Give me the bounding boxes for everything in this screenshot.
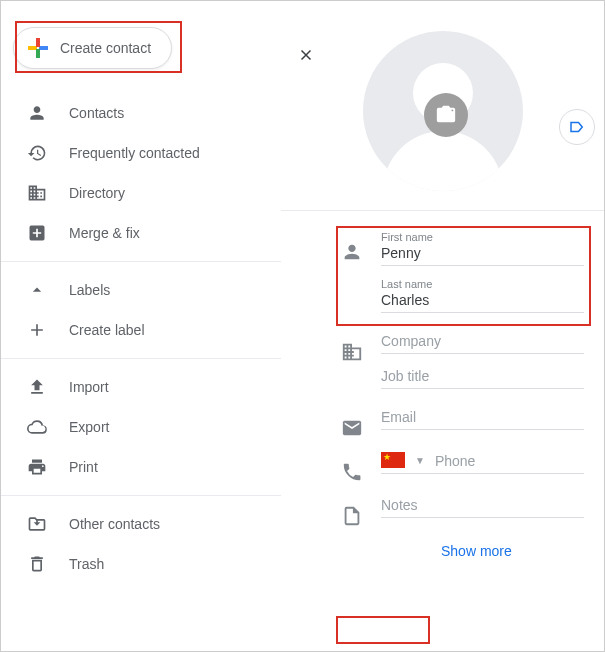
chevron-up-icon xyxy=(27,280,47,300)
sidebar: Create contact Contacts Frequently conta… xyxy=(1,1,281,651)
show-more-button[interactable]: Show more xyxy=(341,533,604,559)
country-flag[interactable] xyxy=(381,452,405,468)
person-icon xyxy=(341,241,363,263)
job-title-field[interactable]: Job title xyxy=(381,360,584,389)
nav-label: Trash xyxy=(69,556,104,572)
email-field[interactable]: Email xyxy=(381,401,584,430)
nav-create-label[interactable]: Create label xyxy=(1,310,281,350)
create-contact-label: Create contact xyxy=(60,40,151,56)
nav-frequently[interactable]: Frequently contacted xyxy=(1,133,281,173)
nav-trash[interactable]: Trash xyxy=(1,544,281,584)
divider xyxy=(1,261,281,262)
nav-print[interactable]: Print xyxy=(1,447,281,487)
notes-icon xyxy=(341,505,363,527)
cloud-icon xyxy=(27,417,47,437)
email-placeholder: Email xyxy=(381,407,584,425)
camera-icon xyxy=(435,104,457,126)
create-contact-button[interactable]: Create contact xyxy=(13,27,172,69)
nav-labels[interactable]: Labels xyxy=(1,270,281,310)
create-contact-modal: First name Penny Last name Charles Compa… xyxy=(281,1,604,651)
phone-field[interactable]: ▼ Phone xyxy=(381,445,584,474)
company-placeholder: Company xyxy=(381,331,584,349)
add-photo-button[interactable] xyxy=(424,93,468,137)
print-icon xyxy=(27,457,47,477)
field-label: Last name xyxy=(381,278,584,290)
nav-label: Print xyxy=(69,459,98,475)
nav-label: Create label xyxy=(69,322,145,338)
person-icon xyxy=(27,103,47,123)
divider xyxy=(1,358,281,359)
phone-placeholder: Phone xyxy=(435,451,584,469)
first-name-field[interactable]: First name Penny xyxy=(381,225,584,266)
contact-form: First name Penny Last name Charles Compa… xyxy=(281,211,604,559)
company-field[interactable]: Company xyxy=(381,325,584,354)
nav-import[interactable]: Import xyxy=(1,367,281,407)
field-label: First name xyxy=(381,231,584,243)
nav-label: Labels xyxy=(69,282,110,298)
notes-field[interactable]: Notes xyxy=(381,489,584,518)
merge-icon xyxy=(27,223,47,243)
nav-label: Contacts xyxy=(69,105,124,121)
trash-icon xyxy=(27,554,47,574)
nav-label: Import xyxy=(69,379,109,395)
email-icon xyxy=(341,417,363,439)
nav-label: Other contacts xyxy=(69,516,160,532)
label-icon xyxy=(568,118,586,136)
nav-label: Frequently contacted xyxy=(69,145,200,161)
upload-icon xyxy=(27,377,47,397)
modal-header xyxy=(281,1,604,211)
last-name-field[interactable]: Last name Charles xyxy=(381,272,584,313)
nav-export[interactable]: Export xyxy=(1,407,281,447)
nav-contacts[interactable]: Contacts xyxy=(1,93,281,133)
archive-icon xyxy=(27,514,47,534)
history-icon xyxy=(27,143,47,163)
building-icon xyxy=(27,183,47,203)
nav-other[interactable]: Other contacts xyxy=(1,504,281,544)
phone-icon xyxy=(341,461,363,483)
nav-merge[interactable]: Merge & fix xyxy=(1,213,281,253)
plus-icon xyxy=(27,320,47,340)
label-button[interactable] xyxy=(559,109,595,145)
nav-label: Merge & fix xyxy=(69,225,140,241)
notes-placeholder: Notes xyxy=(381,495,584,513)
first-name-value: Penny xyxy=(381,243,584,261)
job-title-placeholder: Job title xyxy=(381,366,584,384)
last-name-value: Charles xyxy=(381,290,584,308)
nav-label: Directory xyxy=(69,185,125,201)
building-icon xyxy=(341,341,363,363)
divider xyxy=(1,495,281,496)
nav-directory[interactable]: Directory xyxy=(1,173,281,213)
google-plus-icon xyxy=(28,38,48,58)
close-button[interactable] xyxy=(291,40,321,70)
nav-label: Export xyxy=(69,419,109,435)
nav-list: Contacts Frequently contacted Directory … xyxy=(1,79,281,584)
dropdown-arrow-icon[interactable]: ▼ xyxy=(415,455,425,466)
